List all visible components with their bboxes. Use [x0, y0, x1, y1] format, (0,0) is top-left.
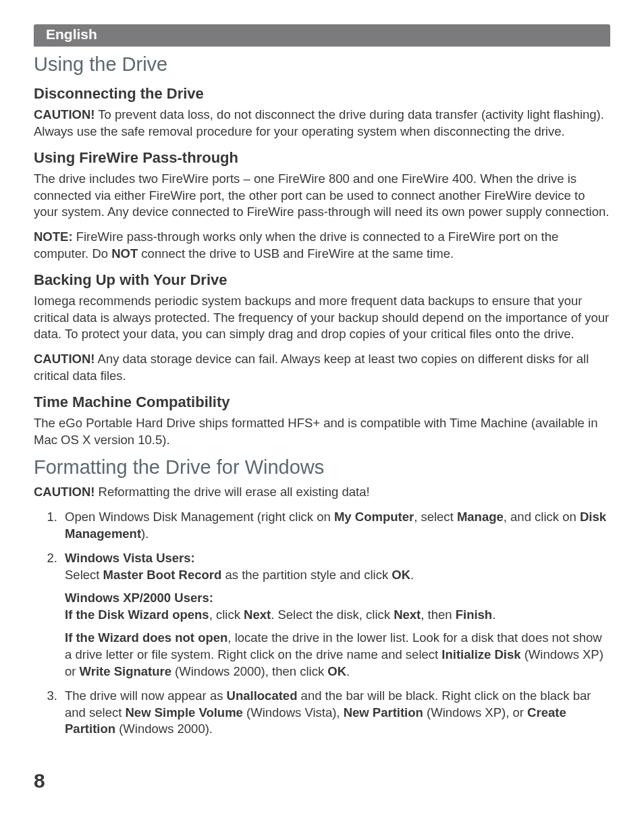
caution-text: To prevent data loss, do not disconnect … [34, 107, 604, 138]
page-content: English Using the Drive Disconnecting th… [0, 0, 644, 738]
step2-xp-noopen-a: If the Wizard does not open [65, 630, 227, 645]
step3-b: Unallocated [227, 688, 298, 703]
step1-c: , select [414, 510, 457, 524]
caution-label: CAUTION! [34, 107, 95, 121]
note-tail: connect the drive to USB and FireWire at… [138, 246, 454, 261]
step1-a: Open Windows Disk Management (right clic… [65, 510, 334, 524]
step2-xp-noopen-g: OK [327, 664, 346, 678]
step2-xp-opens-d: . Select the disk, click [271, 607, 394, 622]
step-2: Windows Vista Users: Select Master Boot … [61, 550, 610, 680]
step2-xp-opens-h: . [492, 607, 495, 622]
step2-xp-block: Windows XP/2000 Users: If the Disk Wizar… [65, 590, 610, 623]
step3-g: (Windows XP), or [423, 705, 527, 720]
step3-a: The drive will now appear as [65, 688, 227, 703]
language-bar: English [34, 24, 610, 47]
note-label: NOTE: [34, 229, 73, 244]
step2-vista-label: Windows Vista Users: [65, 551, 195, 565]
sub2-note: NOTE: FireWire pass-through works only w… [34, 229, 610, 262]
step2-xp-opens-b: , click [209, 607, 244, 622]
sub4-heading: Time Machine Compatibility [34, 394, 610, 411]
step2-xp-noopen-f: (Windows 2000), then click [171, 664, 327, 678]
step1-b: My Computer [334, 510, 414, 524]
step3-f: New Partition [344, 705, 423, 720]
step2-xp-opens-a: If the Disk Wizard opens [65, 607, 209, 622]
step2-xp-opens-f: , then [421, 607, 455, 622]
step2-vista-a: Select [65, 568, 103, 582]
step3-e: (Windows Vista), [243, 705, 344, 720]
step2-vista-c: as the partition style and click [221, 568, 392, 582]
language-label: English [46, 26, 97, 42]
step1-e: , and click on [504, 510, 580, 524]
step3-d: New Simple Volume [125, 705, 242, 720]
step2-xp-opens-g: Finish [456, 607, 492, 622]
step2-xp-noopen-block: If the Wizard does not open, locate the … [65, 630, 610, 680]
sub2-heading: Using FireWire Pass-through [34, 149, 610, 167]
caution-label: CAUTION! [34, 352, 95, 366]
step-1: Open Windows Disk Management (right clic… [61, 509, 610, 542]
sub3-p1: Iomega recommends periodic system backup… [34, 293, 610, 343]
step1-d: Manage [457, 510, 504, 524]
sub4-p1: The eGo Portable Hard Drive ships format… [34, 415, 610, 448]
step-3: The drive will now appear as Unallocated… [61, 688, 610, 738]
sub1-heading: Disconnecting the Drive [34, 85, 610, 103]
step1-g: ). [141, 526, 149, 541]
sub1-caution: CAUTION! To prevent data loss, do not di… [34, 107, 610, 140]
caution-text: Reformatting the drive will erase all ex… [95, 485, 369, 499]
sub3-heading: Backing Up with Your Drive [34, 271, 610, 289]
step2-xp-opens-c: Next [244, 607, 271, 622]
step2-xp-noopen-e: Write Signature [80, 664, 171, 678]
section2-caution: CAUTION! Reformatting the drive will era… [34, 484, 610, 501]
step2-vista-d: OK [392, 568, 410, 582]
step3-i: (Windows 2000). [115, 722, 213, 736]
steps-list: Open Windows Disk Management (right clic… [61, 509, 610, 738]
step2-vista-e: . [410, 568, 414, 582]
sub3-caution: CAUTION! Any data storage device can fai… [34, 351, 610, 384]
caution-text: Any data storage device can fail. Always… [34, 352, 589, 383]
step2-xp-label: Windows XP/2000 Users: [65, 591, 213, 605]
sub2-p1: The drive includes two FireWire ports – … [34, 171, 610, 221]
step2-xp-noopen-c: Initialize Disk [441, 647, 520, 661]
note-not: NOT [111, 246, 138, 261]
step2-xp-opens-e: Next [394, 607, 421, 622]
section2-title: Formatting the Drive for Windows [34, 456, 610, 479]
page-number: 8 [34, 769, 45, 792]
step2-vista-b: Master Boot Record [103, 568, 222, 582]
section1-title: Using the Drive [34, 53, 610, 76]
caution-label: CAUTION! [34, 485, 95, 499]
step2-xp-noopen-h: . [346, 664, 350, 678]
